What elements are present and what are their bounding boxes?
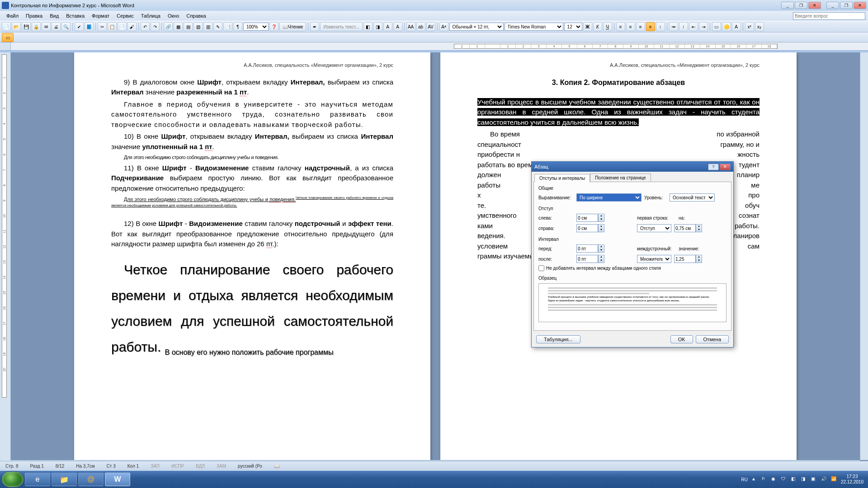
- styles-pane-icon[interactable]: A⁴: [439, 22, 448, 31]
- status-ext[interactable]: ВДЛ: [193, 464, 208, 469]
- no-space-checkbox[interactable]: [538, 265, 544, 271]
- fontsize-select[interactable]: 12: [564, 23, 582, 31]
- tb-av-icon[interactable]: AV: [426, 22, 435, 31]
- tb-misc4-icon[interactable]: A: [393, 22, 402, 31]
- alignment-select[interactable]: По ширине: [576, 193, 642, 202]
- spin-arrows[interactable]: ▲▼: [598, 224, 604, 232]
- menu-help[interactable]: Справка: [183, 12, 209, 19]
- change-text-button[interactable]: Изменить текст...: [320, 22, 362, 31]
- research-icon[interactable]: 📘: [85, 22, 94, 31]
- dialog-titlebar[interactable]: Абзац ? ✕: [532, 162, 733, 172]
- menu-window[interactable]: Окно: [164, 12, 183, 19]
- underline-icon[interactable]: Ч: [603, 22, 612, 31]
- tray-net-icon[interactable]: ◉: [771, 476, 778, 483]
- spin-arrows[interactable]: ▲▼: [598, 255, 604, 263]
- doc-restore-button[interactable]: ❐: [840, 2, 853, 9]
- tray-app3-icon[interactable]: ▣: [811, 476, 817, 483]
- spin-arrows[interactable]: ▲▼: [598, 244, 604, 253]
- space-after-input[interactable]: [576, 255, 598, 263]
- dec-indent-icon[interactable]: ⇤: [689, 22, 698, 31]
- tb-misc3-icon[interactable]: A: [383, 22, 392, 31]
- menu-insert[interactable]: Вставка: [62, 12, 88, 19]
- highlight-icon[interactable]: 🟡: [722, 22, 731, 31]
- read-button[interactable]: 📖 Чтение: [279, 22, 306, 31]
- new-icon[interactable]: 📄: [2, 22, 11, 31]
- space-before-input[interactable]: [576, 244, 598, 253]
- menu-tools[interactable]: Сервис: [113, 12, 137, 19]
- linespacing-select[interactable]: Множитель: [637, 255, 671, 263]
- tabs-button[interactable]: Табуляция...: [536, 335, 580, 343]
- doc-close-button[interactable]: ✕: [854, 2, 866, 9]
- tb-ab-icon[interactable]: ab: [416, 22, 425, 31]
- tray-lang[interactable]: RU: [741, 477, 747, 482]
- numbered-list-icon[interactable]: ≔: [669, 22, 678, 31]
- open-icon[interactable]: 📂: [12, 22, 21, 31]
- tb-aa-icon[interactable]: AA: [406, 22, 415, 31]
- tray-flag-icon[interactable]: 🏳: [761, 476, 768, 483]
- spell-icon[interactable]: ✔: [75, 22, 84, 31]
- menu-format[interactable]: Формат: [88, 12, 113, 19]
- columns-icon[interactable]: ▥: [203, 22, 212, 31]
- tray-network-icon[interactable]: 📶: [831, 476, 837, 483]
- status-rec[interactable]: ЗАП: [148, 464, 162, 469]
- task-word[interactable]: W: [105, 473, 130, 486]
- align-center-icon[interactable]: ≡: [626, 22, 635, 31]
- dialog-close-button[interactable]: ✕: [720, 164, 731, 170]
- dialog-help-button[interactable]: ?: [708, 164, 719, 170]
- mail-icon[interactable]: ✉: [42, 22, 51, 31]
- preview-icon[interactable]: 🔍: [61, 22, 71, 31]
- align-right-icon[interactable]: ≡: [636, 22, 645, 31]
- tray-app1-icon[interactable]: ◧: [791, 476, 797, 483]
- align-justify-icon[interactable]: ≡: [646, 22, 655, 31]
- firstline-select[interactable]: Отступ: [637, 224, 671, 232]
- inc-indent-icon[interactable]: ⇥: [699, 22, 708, 31]
- bold-icon[interactable]: Ж: [583, 22, 592, 31]
- ruler-vertical[interactable]: 1234567891011121314151617181920: [0, 52, 11, 466]
- bulleted-list-icon[interactable]: ⁝: [679, 22, 688, 31]
- menu-file[interactable]: Файл: [3, 12, 22, 19]
- tables-icon[interactable]: ▦: [174, 22, 183, 31]
- start-button[interactable]: [2, 472, 24, 487]
- undo-icon[interactable]: ↶: [141, 22, 150, 31]
- status-trk[interactable]: ИСПР: [169, 464, 187, 469]
- line-spacing-icon[interactable]: ↕: [656, 22, 665, 31]
- menu-view[interactable]: Вид: [46, 12, 62, 19]
- status-ovr[interactable]: ЗАМ: [214, 464, 229, 469]
- doc-minimize-button[interactable]: _: [826, 2, 839, 9]
- help-search-input[interactable]: [793, 12, 865, 20]
- cancel-button[interactable]: Отмена: [696, 335, 729, 343]
- linespacing-value-input[interactable]: [674, 255, 696, 263]
- scrollbar-vertical[interactable]: [860, 52, 868, 460]
- format-painter-icon[interactable]: 🖌: [127, 22, 137, 31]
- status-spellcheck-icon[interactable]: 📖: [271, 464, 282, 469]
- copy-icon[interactable]: 📋: [108, 22, 117, 31]
- page-left[interactable]: А.А.Лесиков, специальность «Менеджмент о…: [74, 52, 430, 460]
- menu-table[interactable]: Таблица: [137, 12, 164, 19]
- help-icon[interactable]: ❓: [269, 22, 278, 31]
- print-icon[interactable]: 🖨: [52, 22, 61, 31]
- close-button[interactable]: ✕: [808, 2, 821, 9]
- ok-button[interactable]: OK: [670, 335, 693, 343]
- align-left-icon[interactable]: ≡: [616, 22, 625, 31]
- ink-icon[interactable]: ✒: [310, 22, 319, 31]
- tab-indents[interactable]: Отступы и интервалы: [534, 174, 590, 182]
- insert-table-icon[interactable]: ▤: [184, 22, 193, 31]
- minimize-button[interactable]: _: [781, 2, 794, 9]
- outline-level-select[interactable]: Основной текст: [670, 193, 715, 202]
- menu-editmenu[interactable]: Правка: [22, 12, 46, 19]
- spin-arrows[interactable]: ▲▼: [696, 255, 702, 263]
- indent-left-input[interactable]: [576, 214, 598, 222]
- zoom-select[interactable]: 100%: [243, 23, 269, 31]
- super-icon[interactable]: x²: [745, 22, 754, 31]
- borders-icon[interactable]: ▭: [712, 22, 721, 31]
- spin-arrows[interactable]: ▲▼: [598, 214, 604, 222]
- sub-icon[interactable]: x₂: [755, 22, 764, 31]
- cut-icon[interactable]: ✂: [98, 22, 107, 31]
- tray-show-hidden-icon[interactable]: ▲: [751, 476, 758, 483]
- firstline-by-input[interactable]: [674, 224, 696, 232]
- save-icon[interactable]: 💾: [22, 22, 31, 31]
- font-select[interactable]: Times New Roman: [505, 23, 563, 31]
- tray-app2-icon[interactable]: ◨: [801, 476, 807, 483]
- show-marks-icon[interactable]: ¶: [233, 22, 242, 31]
- tb-misc1-icon[interactable]: ◧: [363, 22, 373, 31]
